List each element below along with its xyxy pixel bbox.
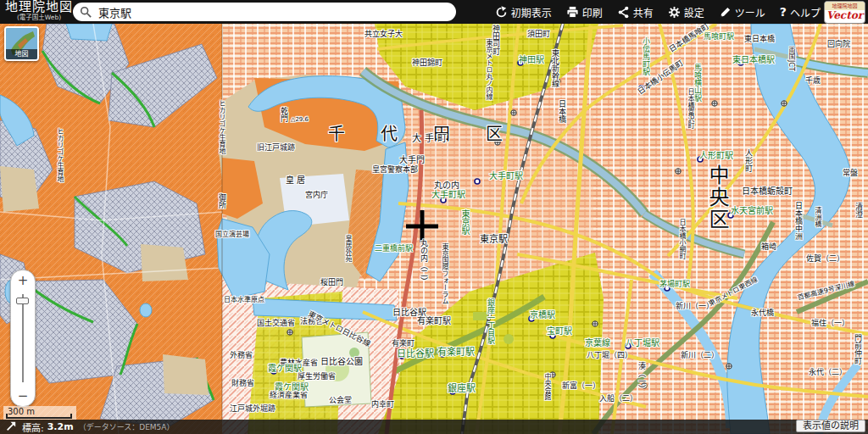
share-label: 共有 (633, 5, 654, 19)
refresh-icon (495, 6, 508, 19)
help-icon: ? (780, 5, 787, 19)
tools-button[interactable]: ツール (719, 5, 765, 19)
map-viewport[interactable]: 千代田区中央区大手町大手門皇宮警察本部丸の内大手町駅大手町駅東京駅東京駅二重橋前… (0, 0, 868, 434)
reset-view-label: 初期表示 (511, 5, 552, 19)
search-icon (80, 6, 92, 18)
share-icon (617, 6, 630, 19)
gsi-maps-app: 千代田区中央区大手町大手門皇宮警察本部丸の内大手町駅大手町駅東京駅東京駅二重橋前… (0, 0, 868, 434)
header-buttons: 初期表示 印刷 共有 (495, 0, 821, 24)
print-label: 印刷 (582, 5, 603, 19)
vector-site-badge[interactable]: 地理院地図 Vector (824, 1, 865, 24)
scale-bar-line (6, 414, 72, 419)
app-title: 地理院地図 (5, 1, 73, 14)
help-button[interactable]: ? ヘルプ (780, 5, 821, 19)
help-label: ヘルプ (790, 5, 821, 19)
pen-tool-icon (719, 6, 732, 19)
elevation-value: 3.2m (47, 421, 74, 432)
layer-button-label: 地図 (6, 49, 37, 59)
value-explanation-button[interactable]: 表示値の説明 (796, 420, 865, 432)
status-bar: 標高: 3.2m （データソース：DEM5A） 表示値の説明 (0, 420, 868, 434)
printer-icon (566, 6, 579, 19)
gear-icon (668, 6, 681, 19)
zoom-slider-handle[interactable] (16, 298, 29, 304)
zoom-out-button[interactable]: − (11, 388, 35, 403)
map-canvas[interactable] (0, 0, 868, 434)
vector-badge-main: Vector (825, 10, 865, 23)
reset-view-button[interactable]: 初期表示 (495, 5, 552, 19)
map-hibiya-park (302, 332, 371, 407)
zoom-in-button[interactable]: + (11, 273, 35, 288)
print-button[interactable]: 印刷 (566, 5, 603, 19)
settings-label: 設定 (684, 5, 704, 19)
search-input[interactable] (97, 5, 439, 19)
expand-arrow-icon (5, 421, 16, 432)
app-logo: 地理院地図 (電子国土Web) (5, 1, 73, 21)
app-subtitle: (電子国土Web) (5, 14, 73, 21)
share-button[interactable]: 共有 (617, 5, 654, 19)
layer-select-button[interactable]: 地図 (4, 26, 39, 61)
elevation-source: （データソース：DEM5A） (79, 421, 175, 432)
scale-bar: 300 m (3, 406, 76, 420)
search-box[interactable] (73, 3, 456, 21)
zoom-control: + − (10, 270, 36, 407)
elevation-label: 標高: (22, 420, 44, 434)
tools-label: ツール (735, 5, 765, 19)
top-bar: 地理院地図 (電子国土Web) 初期表示 (0, 0, 868, 24)
settings-button[interactable]: 設定 (668, 5, 704, 19)
zoom-slider-track[interactable] (22, 294, 24, 382)
